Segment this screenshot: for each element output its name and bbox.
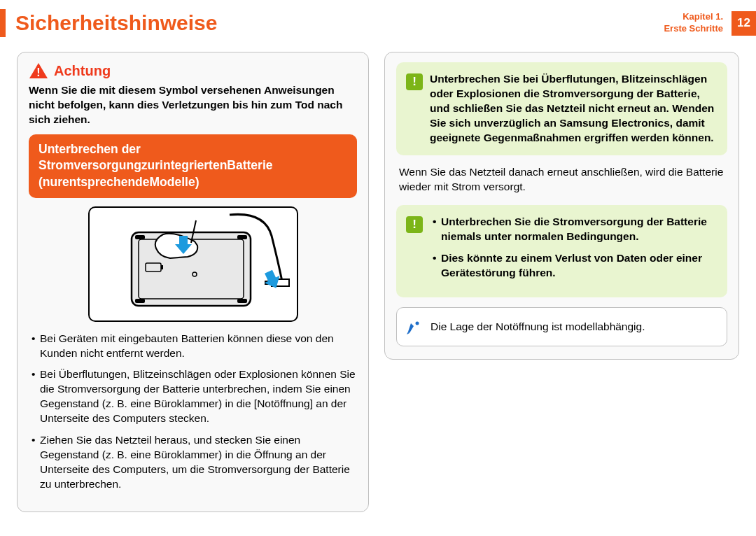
- caution-panel: ! Achtung Wenn Sie die mit diesem Symbol…: [17, 52, 369, 512]
- attention-description: Wenn Sie die mit diesem Symbol versehene…: [29, 83, 357, 127]
- page-header: Sicherheitshinweise Kapitel 1. Erste Sch…: [0, 0, 756, 39]
- instruction-list: Bei Geräten mit eingebauten Batterien kö…: [29, 332, 357, 492]
- chapter-info: Kapitel 1. Erste Schritte: [664, 11, 723, 35]
- info-note: Die Lage der Notöffnung ist modellabhäng…: [396, 307, 727, 346]
- banner-line: Unterbrechen der: [38, 141, 347, 158]
- callout-important: ! Unterbrechen Sie bei Überflutungen, Bl…: [396, 62, 727, 155]
- list-item: Unterbrechen Sie die Stromversorgung der…: [433, 215, 718, 244]
- page-title: Sicherheitshinweise: [15, 11, 664, 35]
- left-column: ! Achtung Wenn Sie die mit diesem Symbol…: [17, 52, 369, 512]
- laptop-diagram: [88, 206, 298, 322]
- info-note-text: Die Lage der Notöffnung ist modellabhäng…: [430, 320, 645, 334]
- diagram-svg: [90, 208, 300, 323]
- list-item: Bei Überflutungen, Blitzeinschlägen oder…: [31, 367, 357, 426]
- callout-warning: ! Unterbrechen Sie die Stromversorgung d…: [396, 205, 727, 297]
- svg-rect-9: [135, 235, 145, 239]
- attention-header: ! Achtung: [29, 62, 357, 79]
- exclamation-icon: !: [406, 216, 423, 233]
- list-item: Ziehen Sie das Netzteil heraus, und stec…: [31, 433, 357, 492]
- svg-text:!: !: [36, 66, 40, 78]
- attention-label: Achtung: [54, 63, 111, 79]
- banner-line: StromversorgungzurintegriertenBatterie: [38, 157, 347, 174]
- paragraph: Wenn Sie das Netzteil danach erneut ansc…: [396, 165, 727, 195]
- banner-line: (nurentsprechendeModelle): [38, 174, 347, 191]
- exclamation-icon: !: [406, 73, 423, 90]
- svg-point-15: [416, 322, 419, 325]
- list-item: Dies könnte zu einem Verlust von Daten o…: [433, 251, 718, 281]
- right-column: ! Unterbrechen Sie bei Überflutungen, Bl…: [384, 52, 739, 512]
- note-pencil-icon: [407, 319, 422, 334]
- callout-text: Unterbrechen Sie bei Überflutungen, Blit…: [430, 72, 718, 146]
- warning-triangle-icon: !: [29, 62, 48, 79]
- svg-rect-7: [135, 299, 145, 303]
- svg-rect-8: [237, 299, 247, 303]
- svg-rect-5: [161, 265, 163, 269]
- callout-list: Unterbrechen Sie die Stromversorgung der…: [430, 215, 718, 281]
- page-number-box: 12: [732, 11, 756, 36]
- list-item: Bei Geräten mit eingebauten Batterien kö…: [31, 332, 357, 361]
- chapter-line2: Erste Schritte: [664, 23, 723, 35]
- right-panel: ! Unterbrechen Sie bei Überflutungen, Bl…: [384, 52, 739, 360]
- chapter-line1: Kapitel 1.: [664, 11, 723, 23]
- header-accent-bar: [0, 9, 6, 37]
- svg-rect-10: [237, 235, 247, 239]
- section-banner: Unterbrechen der Stromversorgungzurinteg…: [29, 134, 357, 198]
